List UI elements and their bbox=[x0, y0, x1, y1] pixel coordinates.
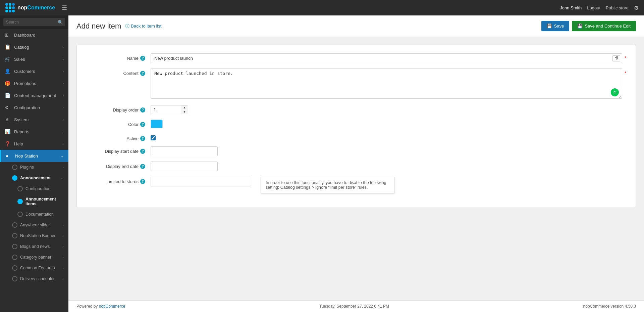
sidebar-sub-nopstation-banner[interactable]: NopStation Banner › bbox=[0, 230, 68, 241]
end-date-input[interactable] bbox=[151, 162, 218, 171]
footer-version: nopCommerce version 4.50.3 bbox=[583, 304, 636, 309]
form-row-display-order: Display order ? ▲ ▼ bbox=[90, 105, 622, 114]
display-order-wrap: ▲ ▼ bbox=[151, 105, 622, 114]
required-indicator: * bbox=[625, 71, 626, 76]
active-label: Active ? bbox=[90, 134, 151, 141]
circle-icon bbox=[12, 222, 17, 228]
sidebar-item-help[interactable]: ❓ Help › bbox=[0, 138, 68, 150]
sidebar-item-catalog[interactable]: 📋 Catalog › bbox=[0, 41, 68, 53]
hamburger-menu[interactable]: ☰ bbox=[62, 4, 67, 11]
start-date-help-icon[interactable]: ? bbox=[140, 149, 145, 154]
content-help-icon[interactable]: ? bbox=[140, 71, 145, 76]
sidebar-item-content-management[interactable]: 📄 Content management › bbox=[0, 89, 68, 101]
customers-icon: 👤 bbox=[5, 69, 11, 74]
chevron-right-icon: › bbox=[62, 69, 64, 73]
spinner-down[interactable]: ▼ bbox=[181, 110, 188, 114]
save-and-continue-button[interactable]: 💾 Save and Continue Edit bbox=[572, 21, 636, 31]
circle-icon bbox=[17, 212, 23, 217]
color-swatch[interactable] bbox=[151, 120, 163, 128]
sidebar-sub-category-banner[interactable]: Category banner › bbox=[0, 252, 68, 263]
logo[interactable]: nopCommerce bbox=[5, 3, 55, 12]
circle-icon bbox=[12, 165, 17, 170]
active-wrap bbox=[151, 134, 622, 140]
search-input[interactable] bbox=[3, 18, 65, 26]
active-checkbox[interactable] bbox=[151, 135, 156, 140]
chevron-right-icon: › bbox=[62, 57, 64, 61]
circle-icon bbox=[17, 199, 23, 204]
footer-brand-link[interactable]: nopCommerce bbox=[99, 304, 125, 309]
name-control-wrap: 🗍 * bbox=[151, 53, 622, 63]
save-button[interactable]: 💾 Save bbox=[541, 21, 570, 31]
sales-icon: 🛒 bbox=[5, 56, 11, 62]
name-input[interactable] bbox=[151, 53, 622, 63]
sidebar-item-system[interactable]: 🖥 System › bbox=[0, 114, 68, 126]
sidebar-sub-anywhere-slider[interactable]: Anywhere slider › bbox=[0, 220, 68, 230]
stores-help-icon[interactable]: ? bbox=[140, 179, 145, 184]
page-header-actions: 💾 Save 💾 Save and Continue Edit bbox=[541, 21, 636, 31]
public-store-link[interactable]: Public store bbox=[606, 5, 629, 10]
copy-button[interactable]: 🗍 bbox=[612, 55, 620, 61]
sidebar-item-configuration[interactable]: ⚙ Configuration › bbox=[0, 101, 68, 114]
content-control-wrap: New product launched in store. ↻ * bbox=[151, 69, 622, 100]
sidebar-sub-label: Delivery scheduler bbox=[20, 276, 55, 281]
configuration-icon: ⚙ bbox=[5, 105, 11, 110]
logout-link[interactable]: Logout bbox=[587, 5, 600, 10]
sidebar-item-label: Dashboard bbox=[14, 33, 36, 38]
start-date-wrap bbox=[151, 146, 622, 156]
stores-wrap: In order to use this functionality, you … bbox=[151, 177, 622, 193]
form-area: Name ? 🗍 * Content ? bbox=[68, 37, 644, 300]
search-icon: 🔍 bbox=[58, 20, 63, 25]
form-row-color: Color ? bbox=[90, 120, 622, 128]
display-order-help-icon[interactable]: ? bbox=[140, 107, 145, 113]
name-label: Name ? bbox=[90, 53, 151, 61]
chevron-down-icon: ⌄ bbox=[61, 154, 64, 158]
nop-station-icon: ● bbox=[6, 153, 12, 159]
sidebar-item-sales[interactable]: 🛒 Sales › bbox=[0, 53, 68, 65]
name-help-icon[interactable]: ? bbox=[140, 56, 145, 61]
main-content: Add new item ⓘ Back to item list 💾 Save … bbox=[68, 15, 644, 312]
sidebar-sub-label: Common Features bbox=[20, 266, 55, 270]
sidebar-sub-announcement[interactable]: Announcement ⌄ bbox=[0, 173, 68, 183]
color-help-icon[interactable]: ? bbox=[140, 122, 145, 127]
back-to-list-link[interactable]: ⓘ Back to item list bbox=[125, 23, 161, 29]
display-order-input[interactable] bbox=[151, 105, 181, 114]
footer-datetime: Tuesday, September 27, 2022 6:41 PM bbox=[319, 304, 389, 309]
top-nav: nopCommerce ☰ John Smith Logout Public s… bbox=[0, 0, 644, 15]
sidebar-item-dashboard[interactable]: ⊞ Dashboard bbox=[0, 29, 68, 41]
sidebar-sub-blogs-news[interactable]: Blogs and news › bbox=[0, 241, 68, 252]
sidebar-item-label: Help bbox=[14, 141, 23, 146]
footer: Powered by nopCommerce Tuesday, Septembe… bbox=[68, 300, 644, 312]
sidebar-item-label: Promotions bbox=[14, 81, 36, 86]
sidebar-item-promotions[interactable]: 🎁 Promotions › bbox=[0, 77, 68, 89]
active-help-icon[interactable]: ? bbox=[140, 136, 145, 141]
sidebar-sub-label: Blogs and news bbox=[20, 244, 50, 249]
sidebar-item-label: Content management bbox=[14, 93, 56, 98]
sidebar-sub-configuration[interactable]: Configuration bbox=[0, 183, 68, 194]
sidebar-item-customers[interactable]: 👤 Customers › bbox=[0, 65, 68, 77]
stores-input[interactable] bbox=[151, 177, 251, 186]
form-row-name: Name ? 🗍 * bbox=[90, 53, 622, 63]
footer-powered-by: Powered by nopCommerce bbox=[76, 304, 125, 309]
color-label: Color ? bbox=[90, 120, 151, 127]
logo-text: nopCommerce bbox=[17, 5, 55, 11]
sidebar-item-label: Catalog bbox=[14, 45, 29, 50]
system-icon: 🖥 bbox=[5, 117, 11, 122]
spinner-up[interactable]: ▲ bbox=[181, 105, 188, 110]
chevron-right-icon: › bbox=[62, 165, 64, 169]
form-row-content: Content ? New product launched in store.… bbox=[90, 69, 622, 100]
sidebar-sub-plugins[interactable]: Plugins › bbox=[0, 162, 68, 173]
sidebar-sub-announcement-items[interactable]: Announcement items bbox=[0, 194, 68, 209]
chevron-right-icon: › bbox=[62, 255, 64, 259]
form-row-end-date: Display end date ? bbox=[90, 162, 622, 171]
start-date-input[interactable] bbox=[151, 146, 218, 156]
sidebar-sub-delivery-scheduler[interactable]: Delivery scheduler › bbox=[0, 273, 68, 284]
refresh-button[interactable]: ↻ bbox=[611, 88, 619, 96]
end-date-help-icon[interactable]: ? bbox=[140, 164, 145, 169]
sidebar-sub-documentation[interactable]: Documentation bbox=[0, 209, 68, 220]
settings-icon[interactable]: ⚙ bbox=[634, 5, 639, 11]
sidebar-item-reports[interactable]: 📊 Reports › bbox=[0, 126, 68, 138]
content-textarea[interactable]: New product launched in store. bbox=[151, 69, 622, 99]
sidebar-item-nop-station[interactable]: ● Nop Station ⌄ bbox=[0, 150, 68, 162]
sidebar-sub-common-features[interactable]: Common Features › bbox=[0, 263, 68, 273]
form-row-start-date: Display start date ? bbox=[90, 146, 622, 156]
